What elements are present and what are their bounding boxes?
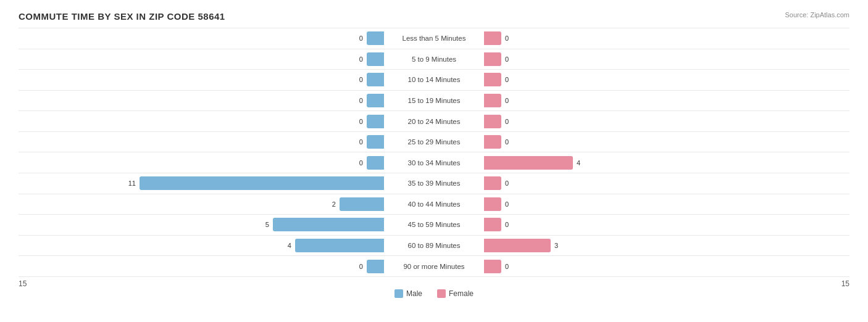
male-bar: [367, 52, 384, 66]
female-bar: [484, 135, 501, 149]
male-bar: [367, 135, 384, 149]
female-value: 0: [505, 56, 509, 63]
female-bar: [484, 156, 573, 170]
male-bar: [367, 73, 384, 86]
male-value: 0: [359, 159, 363, 167]
left-side: 0: [19, 28, 386, 49]
left-side: 0: [19, 91, 386, 111]
left-side: 0: [19, 111, 386, 131]
axis-right: 15: [841, 279, 849, 288]
left-side: 11: [19, 173, 386, 194]
female-bar: [484, 176, 501, 190]
female-value: 0: [505, 97, 509, 104]
left-side: 0: [19, 132, 386, 152]
female-value: 0: [505, 221, 509, 228]
chart-container: COMMUTE TIME BY SEX IN ZIP CODE 58641 So…: [0, 0, 868, 322]
male-value: 0: [359, 97, 363, 104]
male-value: 0: [359, 138, 363, 146]
legend-male: Male: [394, 289, 422, 298]
female-value: 4: [577, 159, 580, 167]
male-bar: [273, 218, 384, 231]
male-bar: [367, 156, 384, 170]
chart-area: 0Less than 5 Minutes005 to 9 Minutes0010…: [19, 28, 849, 277]
chart-row: 090 or more Minutes0: [19, 256, 849, 277]
female-value: 0: [505, 200, 509, 208]
female-value: 0: [505, 180, 509, 187]
right-side: 0: [482, 215, 849, 235]
female-value: 3: [554, 242, 558, 249]
male-value: 0: [359, 118, 363, 125]
male-bar: [367, 31, 384, 45]
legend-male-box: [394, 289, 403, 298]
chart-row: 025 to 29 Minutes0: [19, 132, 849, 153]
row-label: 5 to 9 Minutes: [386, 56, 482, 63]
left-side: 4: [19, 236, 386, 256]
right-side: 4: [482, 152, 849, 173]
row-label: 45 to 59 Minutes: [386, 221, 482, 228]
axis-left: 15: [19, 279, 27, 288]
female-value: 0: [505, 35, 509, 42]
female-bar: [484, 31, 501, 45]
row-label: 25 to 29 Minutes: [386, 138, 482, 146]
chart-row: 010 to 14 Minutes0: [19, 70, 849, 91]
male-value: 0: [359, 263, 363, 270]
male-value: 11: [128, 180, 136, 187]
right-side: 0: [482, 49, 849, 70]
female-bar: [484, 218, 501, 231]
legend: Male Female: [19, 289, 849, 298]
female-value: 0: [505, 263, 509, 270]
male-value: 2: [332, 200, 336, 208]
left-side: 0: [19, 49, 386, 70]
female-bar: [484, 260, 501, 273]
chart-row: 545 to 59 Minutes0: [19, 215, 849, 236]
female-bar: [484, 52, 501, 66]
row-label: 20 to 24 Minutes: [386, 118, 482, 125]
right-side: 0: [482, 256, 849, 276]
row-label: 15 to 19 Minutes: [386, 97, 482, 104]
female-value: 0: [505, 76, 509, 83]
row-label: 40 to 44 Minutes: [386, 200, 482, 208]
right-side: 3: [482, 236, 849, 256]
chart-row: 460 to 89 Minutes3: [19, 236, 849, 257]
row-label: 35 to 39 Minutes: [386, 180, 482, 187]
chart-row: 1135 to 39 Minutes0: [19, 173, 849, 194]
left-side: 0: [19, 256, 386, 276]
row-label: 60 to 89 Minutes: [386, 242, 482, 249]
row-label: 30 to 34 Minutes: [386, 159, 482, 167]
male-bar: [367, 94, 384, 107]
female-bar: [484, 197, 501, 211]
right-side: 0: [482, 173, 849, 194]
male-value: 4: [288, 242, 291, 249]
female-bar: [484, 73, 501, 86]
left-side: 0: [19, 70, 386, 90]
chart-row: 020 to 24 Minutes0: [19, 111, 849, 132]
left-side: 2: [19, 194, 386, 215]
male-value: 0: [359, 35, 363, 42]
chart-row: 05 to 9 Minutes0: [19, 49, 849, 70]
chart-row: 030 to 34 Minutes4: [19, 152, 849, 173]
legend-female-label: Female: [449, 289, 474, 298]
male-bar: [295, 239, 384, 252]
left-side: 0: [19, 152, 386, 173]
female-bar: [484, 115, 501, 128]
male-value: 0: [359, 56, 363, 63]
source-label: Source: ZipAtlas.com: [785, 11, 849, 19]
female-value: 0: [505, 118, 509, 125]
chart-row: 015 to 19 Minutes0: [19, 91, 849, 112]
female-bar: [484, 94, 501, 107]
chart-title: COMMUTE TIME BY SEX IN ZIP CODE 58641: [19, 11, 849, 22]
female-value: 0: [505, 138, 509, 146]
male-bar: [340, 197, 384, 211]
chart-row: 240 to 44 Minutes0: [19, 194, 849, 215]
chart-row: 0Less than 5 Minutes0: [19, 28, 849, 49]
right-side: 0: [482, 111, 849, 131]
male-bar: [367, 260, 384, 273]
right-side: 0: [482, 132, 849, 152]
legend-female: Female: [437, 289, 474, 298]
axis-row: 15 15: [19, 279, 849, 288]
male-value: 0: [359, 76, 363, 83]
right-side: 0: [482, 91, 849, 111]
row-label: Less than 5 Minutes: [386, 35, 482, 42]
right-side: 0: [482, 28, 849, 49]
male-value: 5: [265, 221, 269, 228]
